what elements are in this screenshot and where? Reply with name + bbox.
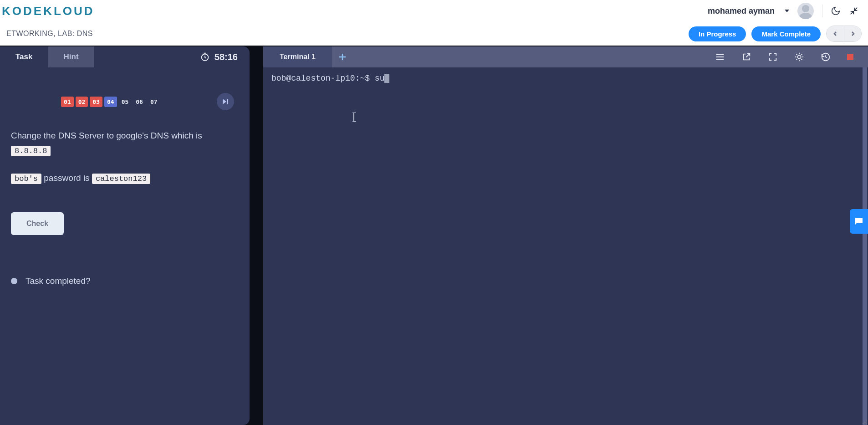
tab-task[interactable]: Task [0, 46, 48, 67]
username[interactable]: mohamed ayman [708, 6, 775, 16]
mark-complete-button[interactable]: Mark Complete [751, 26, 821, 41]
step-04[interactable]: 04 [104, 97, 117, 107]
chevron-right-icon [851, 31, 855, 36]
check-button[interactable]: Check [11, 212, 64, 235]
sub-header: ETWORKING, LAB: DNS In Progress Mark Com… [0, 22, 868, 46]
header-right: mohamed ayman [708, 3, 859, 19]
step-02[interactable]: 02 [76, 97, 88, 107]
brightness-icon[interactable] [794, 52, 804, 62]
clock-icon [200, 52, 210, 62]
terminal-line: bob@caleston-lp10:~$ su [271, 74, 860, 83]
popout-icon[interactable] [741, 52, 751, 62]
nav-next-button[interactable] [844, 26, 861, 41]
avatar[interactable] [797, 3, 814, 19]
moon-icon[interactable] [831, 6, 841, 16]
chat-button[interactable] [850, 209, 868, 234]
history-icon[interactable] [821, 52, 831, 62]
in-progress-button[interactable]: In Progress [689, 26, 746, 41]
timer-section: 58:16 [200, 52, 250, 62]
desc-text: Change the DNS Server to google's DNS wh… [11, 131, 202, 140]
stop-button[interactable] [847, 54, 853, 60]
svg-point-1 [797, 55, 801, 58]
task-body: 01 02 03 04 05 06 07 Change the DNS Serv… [0, 67, 250, 425]
task-description: Change the DNS Server to google's DNS wh… [11, 128, 239, 158]
nav-prev-button[interactable] [827, 26, 844, 41]
terminal-prompt: bob@caleston-lp10:~$ [271, 74, 375, 83]
main: Task Hint 58:16 01 02 03 04 05 06 07 [0, 46, 868, 425]
resize-handle[interactable] [861, 418, 867, 424]
terminal-tab-1[interactable]: Terminal 1 [263, 46, 332, 67]
code-user: bob's [11, 174, 41, 184]
skip-forward-icon [222, 98, 229, 105]
step-01[interactable]: 01 [61, 97, 74, 107]
step-row: 01 02 03 04 05 06 07 [61, 93, 239, 110]
chevron-down-icon[interactable] [785, 10, 789, 12]
timer-text: 58:16 [214, 52, 238, 62]
plus-icon [338, 53, 347, 61]
terminal-cmd: su [375, 74, 385, 83]
nav-group [826, 26, 862, 42]
code-dns: 8.8.8.8 [11, 146, 51, 156]
code-pass: caleston123 [92, 174, 150, 184]
radio-icon [11, 278, 17, 284]
minimize-icon[interactable] [849, 6, 859, 16]
step-06[interactable]: 06 [133, 97, 146, 107]
terminal[interactable]: bob@caleston-lp10:~$ su [263, 67, 868, 425]
scrollbar-thumb[interactable] [863, 67, 867, 425]
tab-hint[interactable]: Hint [48, 46, 94, 67]
chevron-left-icon [833, 31, 837, 36]
skip-forward-button[interactable] [217, 93, 234, 110]
step-07[interactable]: 07 [148, 97, 160, 107]
sub-header-right: In Progress Mark Complete [689, 26, 862, 42]
task-completed-label: Task completed? [26, 276, 91, 286]
logo: KODEKLOUD [0, 4, 95, 18]
separator [822, 5, 822, 17]
resize-icon [861, 418, 867, 424]
fullscreen-icon[interactable] [768, 52, 778, 62]
text-caret-icon [353, 113, 354, 121]
breadcrumb: ETWORKING, LAB: DNS [6, 30, 93, 38]
task-completed[interactable]: Task completed? [11, 276, 239, 286]
terminal-scrollbar[interactable] [863, 67, 867, 425]
step-03[interactable]: 03 [90, 97, 102, 107]
terminal-panel: Terminal 1 bob@caleston-lp10:~$ su [263, 46, 868, 425]
terminal-icons [715, 52, 868, 62]
terminal-tabs: Terminal 1 [263, 46, 868, 67]
pw-mid: password is [41, 173, 92, 183]
step-05[interactable]: 05 [119, 97, 132, 107]
top-header: KODEKLOUD mohamed ayman [0, 0, 868, 22]
chat-icon [853, 216, 864, 227]
password-line: bob's password is caleston123 [11, 171, 239, 186]
task-panel: Task Hint 58:16 01 02 03 04 05 06 07 [0, 46, 250, 425]
task-tabs: Task Hint 58:16 [0, 46, 250, 67]
cursor [384, 74, 389, 83]
menu-icon[interactable] [715, 52, 725, 62]
add-terminal-button[interactable] [332, 46, 353, 67]
